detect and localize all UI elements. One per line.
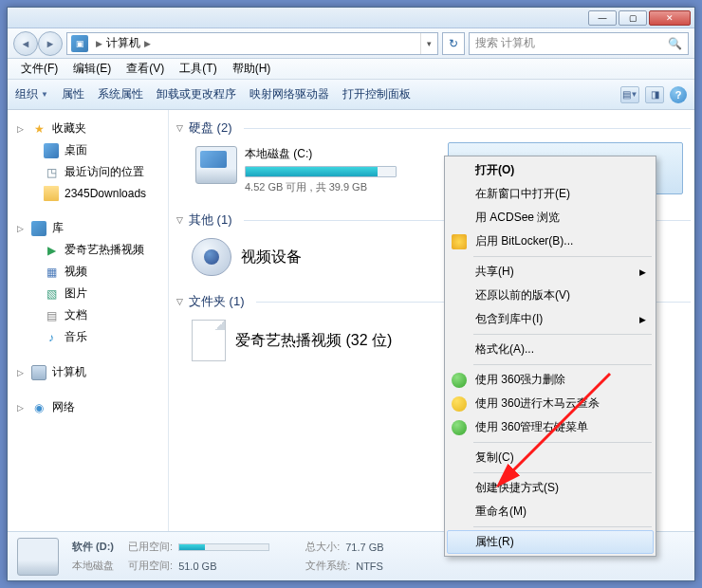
ctx-copy[interactable]: 复制(C) (447, 446, 654, 469)
sidebar-favorites[interactable]: ▷★收藏夹 (8, 118, 168, 139)
ctx-bitlocker[interactable]: 启用 BitLocker(B)... (447, 230, 654, 253)
tb-map-drive[interactable]: 映射网络驱动器 (249, 86, 329, 102)
ctx-share[interactable]: 共享(H)▶ (447, 260, 654, 284)
ctx-include-library[interactable]: 包含到库中(I)▶ (447, 307, 654, 331)
breadcrumb-dropdown[interactable]: ▾ (420, 33, 437, 54)
bc-sep-icon: ▶ (96, 39, 102, 48)
close-button[interactable]: ✕ (649, 10, 691, 26)
sidebar-iqiyi[interactable]: ▶爱奇艺热播视频 (8, 239, 168, 261)
sb-free-value: 51.0 GB (178, 560, 216, 572)
tb-organize[interactable]: 组织▼ (15, 86, 48, 102)
tb-properties[interactable]: 属性 (62, 86, 84, 102)
minimize-button[interactable]: — (588, 10, 617, 26)
360-icon (452, 420, 467, 435)
preview-pane-button[interactable]: ◨ (645, 86, 664, 103)
ctx-360-scan[interactable]: 使用 360进行木马云查杀 (447, 392, 654, 415)
help-icon[interactable]: ? (670, 86, 687, 103)
ctx-properties[interactable]: 属性(R) (447, 530, 654, 554)
search-input[interactable]: 搜索 计算机 🔍 (469, 32, 689, 55)
navbar: ◄ ► ▣ ▶ 计算机 ▶ ▾ ↻ 搜索 计算机 🔍 (8, 28, 694, 59)
nav-arrows: ◄ ► (13, 31, 63, 56)
toolbar: 组织▼ 属性 系统属性 卸载或更改程序 映射网络驱动器 打开控制面板 ▤ ▼ ◨… (8, 80, 694, 110)
collapse-icon: ▽ (176, 215, 183, 225)
menu-file[interactable]: 文件(F) (15, 59, 64, 79)
tb-uninstall[interactable]: 卸载或更改程序 (157, 86, 236, 102)
sb-free-label: 可用空间: (128, 559, 173, 573)
collapse-icon: ▽ (176, 123, 183, 133)
back-button[interactable]: ◄ (13, 31, 38, 56)
sidebar-libraries[interactable]: ▷库 (8, 217, 168, 239)
menubar: 文件(F) 编辑(E) 查看(V) 工具(T) 帮助(H) (8, 59, 694, 80)
sidebar-computer[interactable]: ▷计算机 (8, 361, 168, 383)
sidebar-recent[interactable]: ◳最近访问的位置 (8, 161, 168, 183)
menu-tools[interactable]: 工具(T) (174, 59, 222, 79)
sb-total-label: 总大小: (305, 540, 340, 554)
sb-used-bar (178, 543, 269, 551)
submenu-arrow-icon: ▶ (639, 267, 646, 277)
360-icon (452, 373, 467, 388)
sidebar-documents[interactable]: ▤文档 (8, 304, 168, 326)
breadcrumb-segment[interactable]: 计算机 (106, 35, 140, 51)
360-icon (452, 396, 467, 412)
ctx-360-menu[interactable]: 使用 360管理右键菜单 (447, 415, 654, 439)
sidebar-downloads[interactable]: 2345Downloads (8, 183, 168, 204)
bc-sep-icon: ▶ (144, 39, 151, 48)
ctx-open[interactable]: 打开(O) (447, 158, 654, 182)
forward-button[interactable]: ► (38, 31, 63, 56)
context-menu: 打开(O) 在新窗口中打开(E) 用 ACDSee 浏览 启用 BitLocke… (444, 156, 656, 557)
sb-fs-value: NTFS (356, 560, 383, 572)
maximize-button[interactable]: ▢ (619, 10, 647, 26)
sb-drive-name: 软件 (D:) (72, 540, 114, 554)
breadcrumb[interactable]: ▣ ▶ 计算机 ▶ ▾ (66, 32, 438, 55)
webcam-icon (192, 238, 231, 276)
ctx-open-new-window[interactable]: 在新窗口中打开(E) (447, 182, 654, 206)
group-drives[interactable]: ▽ 硬盘 (2) (173, 116, 691, 142)
tb-control-panel[interactable]: 打开控制面板 (342, 86, 411, 102)
sb-used-label: 已用空间: (128, 540, 173, 554)
view-mode-button[interactable]: ▤ ▼ (620, 86, 639, 103)
menu-edit[interactable]: 编辑(E) (67, 59, 117, 79)
drive-c-freespace: 4.52 GB 可用 , 共 39.9 GB (245, 180, 425, 194)
tb-system-properties[interactable]: 系统属性 (98, 86, 143, 102)
drive-icon (195, 146, 237, 184)
shield-icon (452, 234, 467, 249)
search-placeholder: 搜索 计算机 (475, 35, 535, 51)
ctx-restore-versions[interactable]: 还原以前的版本(V) (447, 284, 654, 307)
sidebar-network[interactable]: ▷◉网络 (8, 396, 168, 418)
refresh-button[interactable]: ↻ (442, 32, 465, 55)
computer-icon: ▣ (71, 35, 88, 52)
sidebar-videos[interactable]: ▦视频 (8, 261, 168, 283)
titlebar: — ▢ ✕ (8, 8, 694, 28)
search-icon: 🔍 (668, 37, 682, 50)
ctx-rename[interactable]: 重命名(M) (447, 500, 654, 524)
sidebar-pictures[interactable]: ▧图片 (8, 283, 168, 304)
sidebar: ▷★收藏夹 桌面 ◳最近访问的位置 2345Downloads ▷库 ▶爱奇艺热… (8, 110, 169, 531)
explorer-window: — ▢ ✕ ◄ ► ▣ ▶ 计算机 ▶ ▾ ↻ 搜索 计算机 🔍 文件(F) 编… (7, 7, 695, 581)
collapse-icon: ▽ (176, 297, 183, 306)
menu-view[interactable]: 查看(V) (120, 59, 170, 79)
sb-drive-type: 本地磁盘 (72, 559, 114, 573)
ctx-360-delete[interactable]: 使用 360强力删除 (447, 368, 654, 392)
folder-label: 爱奇艺热播视频 (32 位) (235, 331, 392, 351)
drive-icon (17, 538, 59, 576)
file-icon (192, 320, 226, 361)
sidebar-desktop[interactable]: 桌面 (8, 139, 168, 161)
sb-total-value: 71.7 GB (345, 542, 383, 553)
ctx-acdsee[interactable]: 用 ACDSee 浏览 (447, 206, 654, 230)
sidebar-music[interactable]: ♪音乐 (8, 326, 168, 348)
drive-c-usage-bar (245, 166, 397, 177)
ctx-format[interactable]: 格式化(A)... (447, 338, 654, 361)
ctx-create-shortcut[interactable]: 创建快捷方式(S) (447, 476, 654, 500)
drive-c[interactable]: 本地磁盘 (C:) 4.52 GB 可用 , 共 39.9 GB (192, 142, 429, 198)
sb-fs-label: 文件系统: (305, 559, 350, 573)
device-label: 视频设备 (241, 248, 302, 267)
drive-c-label: 本地磁盘 (C:) (245, 146, 425, 162)
menu-help[interactable]: 帮助(H) (227, 59, 277, 79)
submenu-arrow-icon: ▶ (639, 315, 646, 324)
